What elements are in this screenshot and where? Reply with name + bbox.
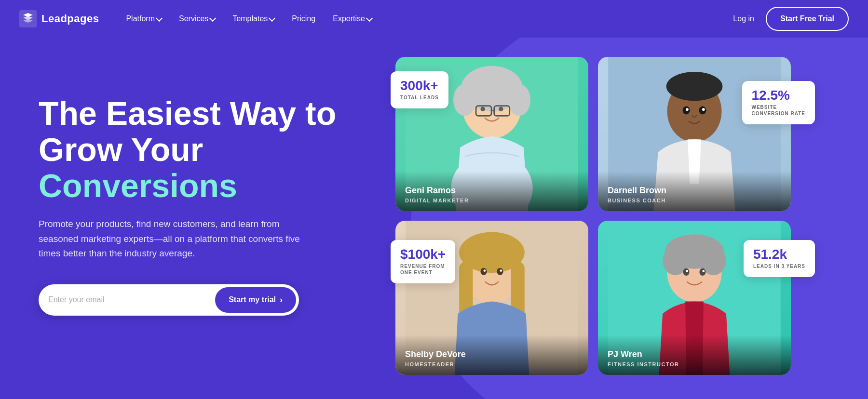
svg-point-17 [686, 108, 689, 111]
stat-badge-leads-years: 51.2k Leads in 3 Years [744, 240, 815, 277]
navbar: Leadpages Platform Services Templates Pr… [0, 0, 868, 38]
svg-point-33 [683, 268, 689, 276]
nav-right: Log in Start Free Trial [733, 7, 849, 31]
svg-point-35 [686, 270, 689, 272]
brand-name: Leadpages [41, 13, 99, 25]
pj-name: PJ Wren [608, 349, 781, 359]
start-free-trial-button[interactable]: Start Free Trial [766, 7, 849, 31]
hero-subtitle: Promote your products, find new customer… [39, 217, 309, 261]
logo[interactable]: Leadpages [19, 10, 99, 27]
geni-name: Geni Ramos [405, 186, 579, 196]
stat-label-leads-years: Leads in 3 Years [753, 263, 805, 269]
svg-point-34 [699, 268, 705, 276]
hero-title: The Easiest Way to Grow Your Conversions [39, 95, 366, 203]
email-input[interactable] [48, 291, 215, 309]
darnell-title: Business Coach [608, 198, 781, 203]
darnell-name: Darnell Brown [608, 186, 781, 196]
svg-point-4 [453, 84, 476, 116]
geni-name-overlay: Geni Ramos Digital Marketer [395, 171, 588, 211]
chevron-down-icon [366, 14, 373, 21]
logo-icon [19, 10, 37, 27]
stat-value-conversion: 12.5% [752, 89, 806, 102]
stat-badge-leads: 300k+ Total Leads [391, 71, 448, 108]
stat-label-revenue: Revenue FromOne Event [400, 263, 446, 276]
shelby-name: Shelby DeVore [405, 349, 579, 359]
chevron-down-icon [209, 14, 216, 21]
svg-point-5 [508, 84, 530, 116]
stat-badge-revenue: $100k+ Revenue FromOne Event [391, 240, 455, 283]
arrow-right-icon: › [280, 295, 283, 305]
person-card-grid: Geni Ramos Digital Marketer [395, 57, 791, 375]
shelby-name-overlay: Shelby DeVore Homesteader [395, 335, 588, 375]
stat-label-conversion: WebsiteConversion Rate [752, 104, 806, 117]
pj-title: Fitness Instructor [608, 361, 781, 367]
svg-point-36 [702, 270, 705, 272]
login-link[interactable]: Log in [733, 14, 754, 23]
darnell-name-overlay: Darnell Brown Business Coach [598, 171, 791, 211]
nav-links: Platform Services Templates Pricing Expe… [118, 11, 733, 27]
chevron-down-icon [156, 14, 163, 21]
svg-point-26 [484, 269, 486, 272]
svg-point-14 [666, 72, 723, 101]
hero-content: The Easiest Way to Grow Your Conversions… [0, 38, 868, 399]
svg-point-27 [500, 269, 502, 272]
stat-value-leads: 300k+ [400, 79, 439, 93]
stat-value-leads-years: 51.2k [753, 248, 805, 261]
pj-name-overlay: PJ Wren Fitness Instructor [598, 335, 791, 375]
email-form: Start my trial › [39, 284, 299, 316]
person-card-darnell: Darnell Brown Business Coach [598, 57, 791, 211]
shelby-title: Homesteader [405, 361, 579, 367]
stat-badge-conversion: 12.5% WebsiteConversion Rate [742, 81, 815, 124]
nav-platform[interactable]: Platform [118, 11, 169, 27]
chevron-down-icon [269, 14, 275, 21]
nav-expertise[interactable]: Expertise [325, 11, 380, 27]
stat-value-revenue: $100k+ [400, 248, 446, 261]
hero-left: The Easiest Way to Grow Your Conversions… [39, 66, 366, 399]
nav-pricing[interactable]: Pricing [284, 11, 323, 27]
svg-point-25 [497, 268, 503, 275]
svg-point-18 [702, 108, 705, 111]
start-trial-button[interactable]: Start my trial › [215, 287, 296, 313]
hero-section: The Easiest Way to Grow Your Conversions… [0, 38, 868, 399]
geni-title: Digital Marketer [405, 198, 579, 203]
stat-label-leads: Total Leads [400, 94, 439, 101]
svg-point-24 [480, 268, 487, 275]
svg-point-7 [499, 107, 503, 111]
hero-right: 300k+ Total Leads 12.5% WebsiteConversio… [395, 57, 829, 399]
nav-templates[interactable]: Templates [225, 11, 282, 27]
nav-services[interactable]: Services [171, 11, 223, 27]
svg-point-6 [480, 107, 485, 111]
